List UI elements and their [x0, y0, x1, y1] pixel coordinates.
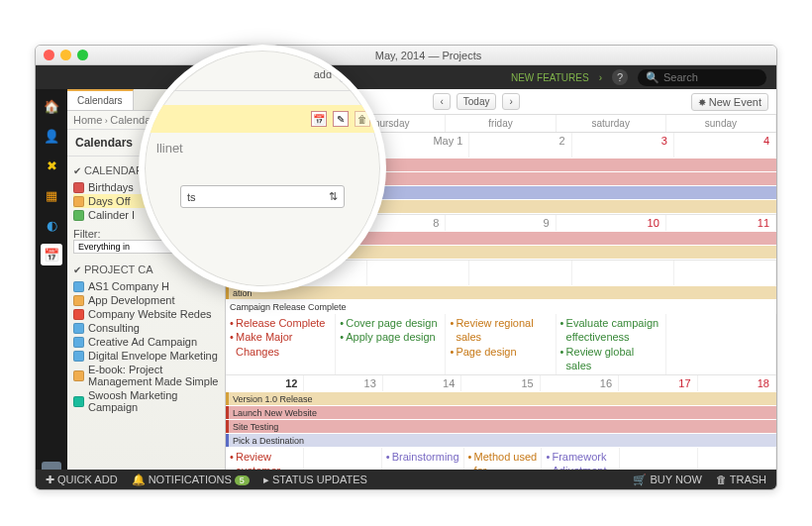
next-button[interactable]: › — [502, 93, 519, 110]
quick-add-button[interactable]: ✚ QUICK ADD — [46, 473, 118, 486]
event-bar[interactable]: Pick a Destination — [226, 434, 776, 447]
task-item[interactable]: Make Major Changes — [230, 330, 331, 359]
task-cell: Evaluate campaign effectivenessReview gl… — [557, 314, 666, 374]
stepper-icon[interactable]: ⇅ — [329, 190, 338, 203]
checkbox-icon[interactable] — [73, 281, 84, 292]
filter-text-zoom: llinet — [145, 141, 380, 156]
notifications-button[interactable]: 🔔 NOTIFICATIONS 5 — [132, 473, 250, 486]
day-column-header: saturday — [557, 115, 666, 132]
edit-icon[interactable]: ✎ — [333, 111, 349, 127]
calendar-item[interactable]: E-book: Project Management Made Simple — [73, 363, 219, 388]
day-number[interactable]: 11 — [666, 215, 776, 231]
statusbar: ✚ QUICK ADD 🔔 NOTIFICATIONS 5 ▸ STATUS U… — [36, 470, 776, 489]
project-select-zoom[interactable]: ts⇅ — [180, 185, 345, 208]
day-number[interactable]: 13 — [304, 375, 382, 391]
day-number[interactable]: 3 — [572, 133, 674, 158]
window-controls — [44, 50, 88, 60]
checkbox-icon[interactable] — [73, 337, 84, 348]
magnifier-overlay: « add⌄ 📅 ✎ 🗑 llinet ts⇅ — [139, 45, 386, 292]
day-number[interactable]: 4 — [674, 133, 776, 158]
checkbox-icon[interactable] — [73, 309, 84, 320]
day-column-header: sunday — [666, 115, 776, 132]
task-item[interactable]: Review regional sales — [450, 316, 551, 345]
nav-rail: 🏠 👤 ✖ ▦ ◐ 📅 — [36, 89, 67, 489]
calendar-icon[interactable]: 📅 — [41, 244, 62, 265]
projects-icon[interactable]: ✖ — [41, 155, 62, 176]
day-number[interactable]: 18 — [698, 375, 776, 391]
day-number[interactable] — [674, 261, 776, 285]
reports-icon[interactable]: ◐ — [41, 214, 62, 236]
task-cell — [666, 314, 776, 374]
titlebar: May, 2014 — Projects — [36, 46, 776, 65]
calendar-item[interactable]: Digital Envelope Marketing — [73, 349, 219, 363]
calendar-item[interactable]: AS1 Company H — [73, 279, 219, 293]
status-updates-button[interactable]: ▸ STATUS UPDATES — [263, 473, 367, 486]
task-item[interactable]: Evaluate campaign effectiveness — [560, 316, 661, 345]
search-icon: 🔍 — [646, 71, 660, 84]
home-icon[interactable]: 🏠 — [41, 95, 62, 117]
event-bar[interactable]: Campaign Release Complete — [226, 300, 776, 313]
calendar-item[interactable]: Swoosh Marketing Campaign — [73, 388, 219, 414]
window-title: May, 2014 — Projects — [88, 50, 768, 61]
minimize-icon[interactable] — [60, 50, 71, 60]
task-cell: Release CompleteMake Major Changes — [226, 314, 336, 374]
app-window: May, 2014 — Projects NEW FEATURES › ? 🔍 … — [35, 45, 777, 490]
day-number[interactable]: 14 — [383, 375, 461, 391]
help-button[interactable]: ? — [612, 69, 628, 85]
day-number[interactable]: 9 — [446, 215, 556, 231]
event-bar[interactable]: Version 1.0 Release — [226, 392, 776, 405]
user-icon[interactable]: 👤 — [41, 125, 62, 147]
calendar-item[interactable]: Company Website Redes — [73, 307, 219, 321]
tasks-icon[interactable]: ▦ — [41, 184, 62, 206]
trash-button[interactable]: 🗑 TRASH — [716, 473, 766, 486]
day-number[interactable] — [469, 261, 571, 285]
checkbox-icon[interactable] — [73, 323, 84, 334]
task-cell: Review regional salesPage design — [446, 314, 556, 374]
checkbox-icon[interactable] — [73, 396, 84, 407]
task-item[interactable]: Apply page design — [340, 330, 441, 344]
today-button[interactable]: Today — [457, 93, 497, 110]
event-bar[interactable]: ation — [226, 286, 776, 299]
task-item[interactable]: Release Complete — [230, 316, 331, 330]
tab-calendars[interactable]: Calendars — [67, 89, 134, 110]
day-column-header: friday — [446, 115, 556, 132]
checkbox-icon[interactable] — [73, 370, 84, 381]
buy-button[interactable]: 🛒 BUY NOW — [633, 473, 701, 486]
sidebar-title: Calendars — [75, 136, 133, 150]
day-number[interactable]: 16 — [541, 375, 619, 391]
day-number[interactable] — [572, 261, 674, 285]
prev-button[interactable]: ‹ — [433, 93, 450, 110]
delete-icon[interactable]: 🗑 — [355, 111, 370, 127]
task-item[interactable]: Cover page design — [340, 316, 441, 330]
selected-calendar-row[interactable]: 📅 ✎ 🗑 — [145, 105, 380, 133]
task-item[interactable]: Page design — [450, 345, 551, 359]
chevron-right-icon: › — [599, 72, 602, 83]
topbar: NEW FEATURES › ? 🔍 — [36, 65, 776, 89]
new-event-button[interactable]: ✸ New Event — [691, 93, 768, 111]
search-input[interactable] — [663, 71, 759, 83]
search-field[interactable]: 🔍 — [638, 69, 766, 86]
task-cell: Cover page designApply page design — [336, 314, 446, 374]
day-number[interactable] — [367, 261, 469, 285]
event-bar[interactable]: Launch New Website — [226, 406, 776, 419]
calendar-item[interactable]: App Development — [73, 293, 219, 307]
event-bar[interactable]: Site Testing — [226, 420, 776, 433]
day-number[interactable]: 10 — [557, 215, 666, 231]
day-number[interactable]: 2 — [469, 133, 571, 158]
calendar-item[interactable]: Consulting — [73, 321, 219, 335]
calendar-item[interactable]: Creative Ad Campaign — [73, 335, 219, 349]
task-item[interactable]: Review global sales — [560, 345, 661, 373]
checkbox-icon[interactable] — [73, 295, 84, 306]
new-features-link[interactable]: NEW FEATURES — [511, 72, 589, 83]
day-number[interactable]: 12 — [226, 375, 304, 391]
checkbox-icon[interactable] — [73, 210, 84, 221]
task-item[interactable]: Brainstorming — [386, 450, 459, 464]
day-number[interactable]: 15 — [461, 375, 540, 391]
checkbox-icon[interactable] — [73, 196, 84, 207]
day-number[interactable]: 17 — [619, 375, 697, 391]
zoom-icon[interactable] — [77, 50, 88, 60]
checkbox-icon[interactable] — [73, 182, 84, 193]
checkbox-icon[interactable] — [73, 351, 84, 362]
close-icon[interactable] — [44, 50, 54, 60]
calendar-small-icon[interactable]: 📅 — [311, 111, 327, 127]
